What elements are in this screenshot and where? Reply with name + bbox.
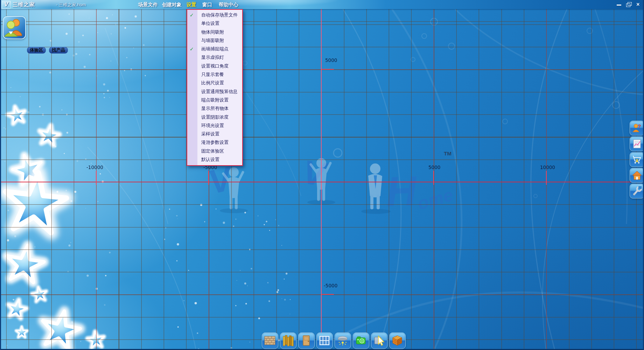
check-icon: ✓	[190, 11, 197, 19]
select-tool-button[interactable]	[371, 332, 387, 349]
report-chart-button[interactable]	[630, 136, 644, 151]
wrench-icon	[632, 186, 642, 196]
menu-item-viewport-angle[interactable]: 设置视口角度	[187, 62, 242, 70]
app-window: V V	[0, 0, 644, 350]
right-toolbar: ? ¥	[630, 121, 644, 200]
close-button[interactable]: ×	[634, 1, 642, 7]
menu-item-virtual-light[interactable]: 显示虚拟灯	[187, 53, 242, 62]
home-icon	[632, 170, 642, 181]
axis-label: 5000	[325, 57, 337, 63]
shopping-cart-button[interactable]: ¥	[630, 152, 644, 167]
menu-item-default-settings[interactable]: 默认设置	[187, 155, 242, 164]
door-tool-button[interactable]	[298, 332, 315, 349]
door-icon	[301, 335, 312, 346]
menu-scene-file[interactable]: 场景文件	[138, 2, 158, 8]
camera-icon	[355, 335, 366, 346]
document-title: - 三维之家.hom	[56, 2, 86, 8]
restore-button[interactable]	[625, 1, 633, 7]
axis-label: -5000	[324, 283, 337, 288]
menu-item-show-packages[interactable]: 只显示套餐	[187, 70, 242, 79]
user-profile-button[interactable]	[3, 16, 26, 39]
window-tool-button[interactable]	[316, 332, 333, 349]
svg-text:?: ?	[638, 123, 641, 129]
floor-icon	[282, 335, 294, 346]
menu-create-object[interactable]: 创建对象	[162, 2, 182, 8]
axis-label: 5000	[428, 164, 440, 170]
axis-label: 10000	[540, 164, 555, 170]
app-title: 三维之家	[13, 1, 35, 8]
floor-tool-button[interactable]	[280, 332, 296, 349]
menu-item-endpoint-capture[interactable]: ✓画墙捕捉端点	[187, 45, 242, 53]
minimize-button[interactable]	[615, 1, 623, 7]
menu-item-object-snap[interactable]: 物体间吸附	[187, 28, 242, 36]
ceiling-lamp-icon	[337, 335, 348, 346]
window-icon	[319, 335, 330, 346]
menu-item-autosave[interactable]: ✓自动保存场景文件	[187, 11, 242, 19]
menu-settings[interactable]: 设置	[187, 2, 196, 8]
shopping-cart-icon: ¥	[632, 154, 642, 165]
menu-item-sampling[interactable]: 采样设置	[187, 130, 242, 138]
tab-experience-area[interactable]: 体验区	[27, 47, 46, 54]
check-icon: ✓	[190, 45, 197, 53]
menu-item-wall-snap[interactable]: 与墙面吸附	[187, 36, 242, 45]
menu-item-roam-params[interactable]: 漫游参数设置	[187, 138, 242, 147]
users-icon	[4, 17, 24, 37]
bottom-toolbar	[262, 332, 406, 349]
menu-item-show-all-objects[interactable]: 显示所有物体	[187, 104, 242, 113]
wrench-button[interactable]	[630, 184, 644, 198]
menu-item-fix-experience-area[interactable]: 固定体验区	[187, 147, 242, 155]
help-person-icon: ?	[632, 123, 642, 133]
menu-item-ambient-light[interactable]: 环境光设置	[187, 121, 242, 130]
menu-item-endpoint-snap[interactable]: 端点吸附设置	[187, 96, 242, 104]
menu-item-units[interactable]: 单位设置	[187, 19, 242, 28]
tab-find-products[interactable]: 找产品	[49, 47, 68, 54]
light-tool-button[interactable]	[335, 332, 351, 349]
svg-text:¥: ¥	[636, 158, 638, 163]
select-cursor-icon	[373, 335, 385, 346]
settings-dropdown-menu: ✓自动保存场景文件 单位设置 物体间吸附 与墙面吸附 ✓画墙捕捉端点 显示虚拟灯…	[187, 9, 243, 166]
title-bar: V 三维之家 - 三维之家.hom 场景文件 创建对象 设置 窗口 帮助中心 ×	[0, 0, 644, 9]
home-button[interactable]	[630, 168, 644, 183]
axis-label: -10000	[86, 164, 103, 170]
camera-tool-button[interactable]	[353, 332, 369, 349]
app-logo-icon: V	[2, 1, 11, 9]
cube-tool-button[interactable]	[389, 332, 406, 349]
wall-icon	[264, 335, 275, 346]
design-canvas[interactable]	[0, 9, 644, 350]
menu-item-scale-settings[interactable]: 比例尺设置	[187, 79, 242, 87]
wall-tool-button[interactable]	[262, 332, 278, 349]
menu-item-shadow-density[interactable]: 设置阴影浓度	[187, 113, 242, 121]
menu-item-budget-info[interactable]: 设置通用预算信息	[187, 88, 242, 96]
help-person-button[interactable]: ?	[630, 121, 644, 135]
menu-help-center[interactable]: 帮助中心	[219, 2, 238, 8]
cube-3d-icon	[392, 335, 403, 346]
menu-window[interactable]: 窗口	[202, 2, 212, 8]
report-chart-icon	[632, 139, 642, 149]
